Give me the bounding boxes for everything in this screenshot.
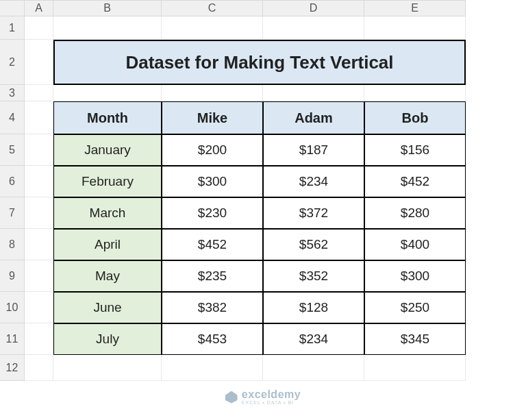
cell[interactable] [25, 260, 53, 292]
col-header-C[interactable]: C [162, 0, 263, 16]
cell[interactable] [25, 197, 53, 229]
row-header-4[interactable]: 4 [0, 101, 25, 134]
table-row[interactable]: $562 [263, 229, 364, 260]
cell[interactable] [263, 85, 364, 101]
table-row[interactable]: January [53, 134, 162, 166]
table-row[interactable]: $234 [263, 166, 364, 197]
table-header-bob[interactable]: Bob [364, 101, 466, 134]
table-row[interactable]: June [53, 292, 162, 323]
col-header-A[interactable]: A [25, 0, 53, 16]
row-header-3[interactable]: 3 [0, 85, 25, 101]
cell[interactable] [25, 134, 53, 166]
table-row[interactable]: $230 [162, 197, 263, 229]
cell[interactable] [53, 85, 162, 101]
cell[interactable] [25, 229, 53, 260]
row-header-8[interactable]: 8 [0, 229, 25, 260]
table-row[interactable]: July [53, 323, 162, 355]
table-row[interactable]: April [53, 229, 162, 260]
cell[interactable] [162, 16, 263, 40]
spreadsheet-grid: A B C D E 1 2 Dataset for Making Text Ve… [0, 0, 526, 381]
cell[interactable] [263, 355, 364, 381]
cell[interactable] [25, 16, 53, 40]
table-row[interactable]: $400 [364, 229, 466, 260]
row-header-1[interactable]: 1 [0, 16, 25, 40]
table-row[interactable]: $234 [263, 323, 364, 355]
watermark-tagline: EXCEL • DATA • BI [242, 400, 301, 405]
cell[interactable] [53, 355, 162, 381]
table-row[interactable]: $128 [263, 292, 364, 323]
row-header-5[interactable]: 5 [0, 134, 25, 166]
cell[interactable] [162, 355, 263, 381]
col-header-D[interactable]: D [263, 0, 364, 16]
table-row[interactable]: $452 [364, 166, 466, 197]
table-row[interactable]: $352 [263, 260, 364, 292]
watermark-brand: exceldemy [242, 389, 301, 400]
row-header-11[interactable]: 11 [0, 323, 25, 355]
cell[interactable] [25, 166, 53, 197]
cell[interactable] [25, 355, 53, 381]
table-row[interactable]: $250 [364, 292, 466, 323]
row-header-12[interactable]: 12 [0, 355, 25, 381]
table-row[interactable]: $300 [364, 260, 466, 292]
cell[interactable] [364, 85, 466, 101]
table-row[interactable]: $300 [162, 166, 263, 197]
hexagon-icon [225, 391, 238, 404]
table-row[interactable]: $235 [162, 260, 263, 292]
table-row[interactable]: March [53, 197, 162, 229]
cell[interactable] [25, 323, 53, 355]
row-header-10[interactable]: 10 [0, 292, 25, 323]
col-header-E[interactable]: E [364, 0, 466, 16]
cell[interactable] [25, 101, 53, 134]
cell[interactable] [263, 16, 364, 40]
row-header-2[interactable]: 2 [0, 40, 25, 85]
table-row[interactable]: $156 [364, 134, 466, 166]
cell[interactable] [25, 85, 53, 101]
table-header-adam[interactable]: Adam [263, 101, 364, 134]
watermark: exceldemy EXCEL • DATA • BI [225, 389, 301, 405]
title-cell[interactable]: Dataset for Making Text Vertical [53, 40, 466, 85]
row-header-9[interactable]: 9 [0, 260, 25, 292]
table-header-mike[interactable]: Mike [162, 101, 263, 134]
table-row[interactable]: $187 [263, 134, 364, 166]
cell[interactable] [53, 16, 162, 40]
table-row[interactable]: $372 [263, 197, 364, 229]
table-row[interactable]: February [53, 166, 162, 197]
table-row[interactable]: $200 [162, 134, 263, 166]
watermark-text: exceldemy EXCEL • DATA • BI [242, 389, 301, 405]
table-header-month[interactable]: Month [53, 101, 162, 134]
row-header-7[interactable]: 7 [0, 197, 25, 229]
table-row[interactable]: $453 [162, 323, 263, 355]
table-row[interactable]: $382 [162, 292, 263, 323]
table-row[interactable]: $280 [364, 197, 466, 229]
select-all-corner[interactable] [0, 0, 25, 16]
cell[interactable] [162, 85, 263, 101]
cell[interactable] [364, 16, 466, 40]
table-row[interactable]: $345 [364, 323, 466, 355]
row-header-6[interactable]: 6 [0, 166, 25, 197]
cell[interactable] [25, 292, 53, 323]
col-header-B[interactable]: B [53, 0, 162, 16]
table-row[interactable]: $452 [162, 229, 263, 260]
cell[interactable] [364, 355, 466, 381]
table-row[interactable]: May [53, 260, 162, 292]
cell[interactable] [25, 40, 53, 85]
